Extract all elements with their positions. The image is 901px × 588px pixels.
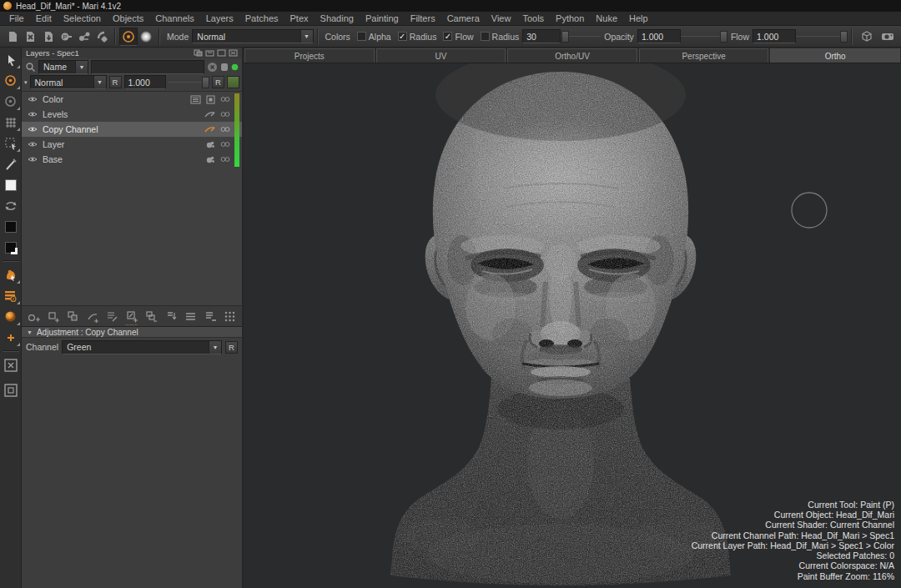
remove-layer-button[interactable] bbox=[204, 310, 217, 323]
alpha-checkbox[interactable]: Alpha bbox=[357, 32, 391, 42]
menu-selection[interactable]: Selection bbox=[58, 13, 107, 23]
projector-icon[interactable] bbox=[877, 28, 898, 46]
flow-slider[interactable] bbox=[796, 30, 848, 43]
flow-pressure-checkbox[interactable]: Flow bbox=[443, 32, 473, 42]
tab-ortho-uv[interactable]: Ortho/UV bbox=[507, 48, 637, 63]
menu-python[interactable]: Python bbox=[550, 13, 590, 23]
tab-uv[interactable]: UV bbox=[376, 48, 506, 63]
boxed-x-icon[interactable] bbox=[1, 354, 21, 375]
boxed-square-icon[interactable] bbox=[1, 379, 21, 400]
menu-layers[interactable]: Layers bbox=[200, 13, 239, 23]
menu-channels[interactable]: Channels bbox=[149, 13, 199, 23]
panel-minimize-icon[interactable] bbox=[217, 49, 226, 57]
foreground-color-swatch[interactable] bbox=[1, 174, 21, 195]
visibility-eye-icon[interactable] bbox=[28, 126, 38, 133]
merge-layers-button[interactable] bbox=[165, 310, 178, 323]
blend-amount-input[interactable] bbox=[124, 75, 166, 89]
palette-grid-button[interactable] bbox=[224, 310, 236, 323]
duplicate-layer-button[interactable] bbox=[67, 310, 79, 323]
sphere-preview-icon[interactable] bbox=[1, 306, 21, 327]
grid-warp-tool-icon[interactable] bbox=[1, 112, 21, 133]
cube-view-icon[interactable] bbox=[856, 28, 877, 46]
radius-slider[interactable] bbox=[561, 30, 601, 43]
marquee-transform-tool-icon[interactable] bbox=[1, 133, 21, 153]
background-color-swatch[interactable] bbox=[1, 216, 21, 237]
panel-close-icon[interactable] bbox=[229, 49, 238, 57]
brush-tip-preview[interactable] bbox=[138, 28, 155, 46]
add-graph-layer-button[interactable] bbox=[126, 310, 138, 323]
filter-field-select[interactable]: Name ▼ bbox=[38, 60, 88, 74]
paint-target-button[interactable] bbox=[119, 28, 138, 46]
filter-options-icon[interactable] bbox=[220, 63, 229, 72]
add-adjustment-button[interactable] bbox=[87, 310, 99, 323]
tab-projects[interactable]: Projects bbox=[244, 48, 375, 63]
visibility-eye-icon[interactable] bbox=[28, 156, 38, 163]
close-project-icon[interactable] bbox=[21, 28, 38, 46]
new-project-icon[interactable] bbox=[3, 28, 21, 46]
3d-viewport[interactable]: Current Tool: Paint (P) Current Object: … bbox=[244, 63, 901, 588]
add-group-button[interactable] bbox=[145, 310, 158, 323]
layer-stack-tool-icon[interactable] bbox=[1, 285, 21, 306]
menu-file[interactable]: File bbox=[3, 13, 30, 23]
menu-edit[interactable]: Edit bbox=[30, 13, 58, 23]
menu-ptex[interactable]: Ptex bbox=[284, 13, 315, 23]
clear-filter-icon[interactable] bbox=[207, 62, 218, 73]
shader-list-button[interactable] bbox=[184, 310, 197, 323]
archive-project-icon[interactable] bbox=[39, 28, 57, 46]
reset-colors-swatch[interactable] bbox=[1, 237, 21, 258]
blend-mode-select[interactable]: Normal ▼ bbox=[30, 75, 107, 89]
reset-amount-button[interactable]: R bbox=[212, 76, 224, 88]
menu-camera[interactable]: Camera bbox=[441, 13, 486, 23]
layer-row-base[interactable]: Base bbox=[22, 152, 242, 167]
collapse-triangle-icon[interactable]: ▾ bbox=[24, 79, 28, 86]
tab-ortho[interactable]: Ortho bbox=[770, 48, 900, 63]
pointer-tool-icon[interactable] bbox=[1, 49, 21, 70]
reset-blend-button[interactable]: R bbox=[109, 76, 122, 88]
adjustment-header[interactable]: ▼ Adjustment : Copy Channel bbox=[22, 326, 242, 338]
checkbox-box[interactable] bbox=[443, 32, 452, 41]
paint-target-tool-icon[interactable] bbox=[1, 70, 21, 91]
radius-pressure-checkbox[interactable]: Radius bbox=[398, 32, 437, 42]
visibility-eye-icon[interactable] bbox=[28, 96, 38, 103]
add-plus-icon[interactable] bbox=[1, 327, 21, 348]
panel-menu-icon[interactable] bbox=[194, 49, 203, 57]
channel-select[interactable]: Green ▼ bbox=[62, 340, 222, 354]
mode-select[interactable]: Normal ▼ bbox=[192, 29, 313, 43]
add-layer-button[interactable] bbox=[28, 310, 40, 323]
tab-perspective[interactable]: Perspective bbox=[639, 48, 769, 63]
layer-row-layer[interactable]: Layer bbox=[22, 137, 242, 152]
layers-panel-title-bar[interactable]: Layers - Spec1 bbox=[22, 48, 242, 58]
checkbox-box[interactable] bbox=[357, 32, 366, 41]
layer-row-levels[interactable]: Levels bbox=[22, 107, 242, 122]
visibility-eye-icon[interactable] bbox=[28, 141, 38, 148]
menu-tools[interactable]: Tools bbox=[516, 13, 550, 23]
panel-splitter-handle[interactable]: ┄┄┄ bbox=[125, 323, 138, 327]
opacity-slider[interactable] bbox=[681, 30, 727, 43]
blur-target-tool-icon[interactable] bbox=[1, 91, 21, 112]
layer-option-button[interactable] bbox=[227, 76, 239, 88]
reset-channel-button[interactable]: R bbox=[225, 341, 238, 354]
layer-row-copy-channel[interactable]: Copy Channel bbox=[22, 122, 242, 137]
menu-filters[interactable]: Filters bbox=[405, 13, 441, 23]
flow-input[interactable] bbox=[753, 29, 796, 43]
menu-help[interactable]: Help bbox=[623, 13, 654, 23]
visibility-eye-icon[interactable] bbox=[28, 111, 38, 118]
opacity-input[interactable] bbox=[637, 29, 681, 43]
checkbox-box[interactable] bbox=[398, 32, 407, 41]
menu-nuke[interactable]: Nuke bbox=[590, 13, 623, 23]
layer-row-color[interactable]: Color bbox=[22, 92, 242, 107]
blend-amount-slider[interactable] bbox=[169, 76, 209, 89]
radius-link-checkbox[interactable]: Radius bbox=[481, 32, 520, 42]
menu-view[interactable]: View bbox=[486, 13, 517, 23]
menu-patches[interactable]: Patches bbox=[239, 13, 284, 23]
paint-node-icon[interactable]: P bbox=[57, 28, 74, 46]
radius-input[interactable] bbox=[522, 29, 561, 43]
collapse-triangle-icon[interactable]: ▼ bbox=[27, 329, 33, 335]
swap-colors-icon[interactable] bbox=[1, 195, 21, 216]
menu-objects[interactable]: Objects bbox=[107, 13, 149, 23]
menu-shading[interactable]: Shading bbox=[315, 13, 360, 23]
menu-painting[interactable]: Painting bbox=[360, 13, 405, 23]
project-settings-icon[interactable] bbox=[93, 28, 110, 46]
slice-tool-icon[interactable] bbox=[1, 153, 21, 174]
layer-filter-input[interactable] bbox=[91, 60, 204, 74]
